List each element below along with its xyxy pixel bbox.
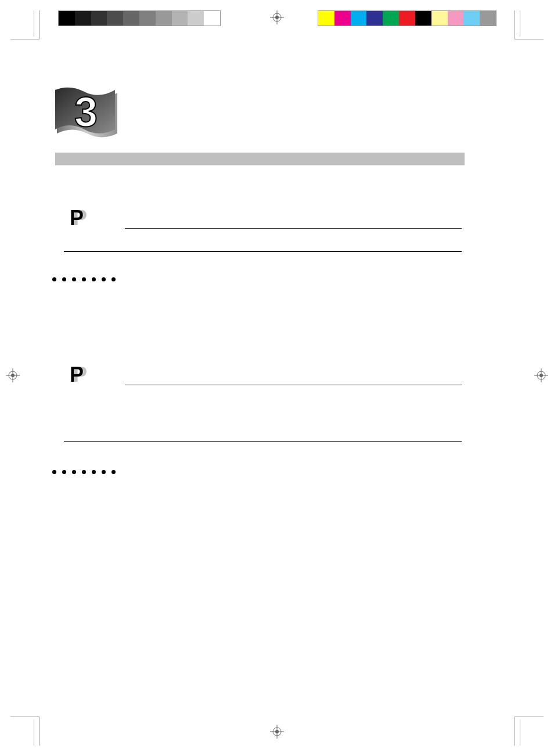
registration-mark-crosshair bbox=[270, 725, 284, 739]
color-swatch bbox=[188, 11, 204, 26]
bullet-dot bbox=[111, 470, 116, 474]
bullet-dots-row bbox=[52, 470, 116, 474]
bullet-dot bbox=[62, 470, 66, 474]
color-swatch bbox=[399, 11, 415, 26]
color-swatch bbox=[139, 11, 156, 26]
color-swatch bbox=[172, 11, 188, 26]
bullet-dot bbox=[92, 470, 96, 474]
point-marker-icon: P P bbox=[70, 206, 96, 229]
color-swatch bbox=[204, 11, 220, 26]
color-swatch bbox=[107, 11, 123, 26]
bullet-dot bbox=[102, 277, 106, 281]
divider-line bbox=[64, 441, 462, 442]
divider-line bbox=[125, 385, 462, 385]
registration-mark-corner bbox=[515, 10, 544, 39]
color-swatch bbox=[351, 11, 367, 26]
bullet-dot bbox=[82, 277, 86, 281]
color-swatch bbox=[59, 11, 75, 26]
section-block: P P bbox=[52, 363, 465, 386]
registration-mark-crosshair bbox=[534, 368, 548, 382]
color-swatch bbox=[480, 11, 496, 26]
svg-point-15 bbox=[275, 730, 279, 733]
registration-mark-corner bbox=[10, 10, 39, 39]
bullet-dot bbox=[72, 470, 76, 474]
color-calibration-bar bbox=[318, 10, 497, 26]
registration-mark-corner bbox=[10, 717, 39, 746]
svg-point-3 bbox=[11, 374, 15, 377]
color-swatch bbox=[383, 11, 399, 26]
color-swatch bbox=[415, 11, 431, 26]
bullet-dot bbox=[111, 277, 116, 281]
registration-mark-crosshair bbox=[6, 368, 20, 382]
color-swatch bbox=[318, 11, 334, 26]
bullet-dot bbox=[52, 470, 56, 474]
bullet-dot bbox=[102, 470, 106, 474]
svg-point-11 bbox=[275, 16, 279, 19]
svg-point-7 bbox=[539, 374, 543, 377]
divider-line bbox=[125, 228, 462, 229]
bullet-dot bbox=[52, 277, 56, 281]
point-marker-icon: P P bbox=[70, 363, 96, 386]
bullet-dot bbox=[72, 277, 76, 281]
color-swatch bbox=[366, 11, 383, 26]
color-swatch bbox=[448, 11, 464, 26]
color-swatch bbox=[334, 11, 351, 26]
chapter-title-bar bbox=[55, 153, 465, 165]
color-swatch bbox=[123, 11, 139, 26]
color-swatch bbox=[463, 11, 480, 26]
bullet-dot bbox=[82, 470, 86, 474]
bullet-dot bbox=[62, 277, 66, 281]
color-swatch bbox=[75, 11, 91, 26]
chapter-number-badge: 3 bbox=[52, 84, 122, 151]
registration-mark-crosshair bbox=[270, 10, 284, 24]
color-swatch bbox=[431, 11, 448, 26]
bullet-dots-row bbox=[52, 277, 116, 281]
color-swatch bbox=[156, 11, 172, 26]
divider-line bbox=[64, 251, 462, 252]
bullet-dot bbox=[92, 277, 96, 281]
color-swatch bbox=[91, 11, 107, 26]
registration-mark-corner bbox=[515, 717, 544, 746]
chapter-number: 3 bbox=[74, 89, 98, 135]
section-block: P P bbox=[52, 206, 465, 229]
grayscale-calibration-bar bbox=[58, 10, 221, 26]
